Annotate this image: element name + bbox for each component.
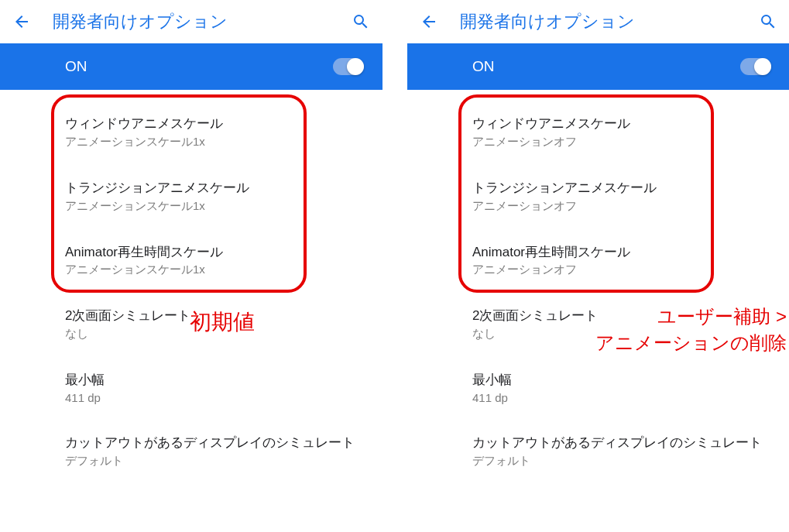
master-toggle-bar: ON	[0, 43, 382, 90]
settings-list: ウィンドウアニメスケール アニメーションオフ トランジションアニメスケール アニ…	[407, 90, 789, 478]
setting-animator-duration-scale[interactable]: Animator再生時間スケール アニメーションスケール1x	[0, 234, 382, 287]
setting-title: トランジションアニメスケール	[472, 179, 771, 197]
setting-transition-anim-scale[interactable]: トランジションアニメスケール アニメーションオフ	[407, 170, 789, 223]
setting-animator-duration-scale[interactable]: Animator再生時間スケール アニメーションオフ	[407, 234, 789, 287]
setting-title: カットアウトがあるディスプレイのシミュレート	[65, 434, 364, 452]
setting-title: Animator再生時間スケール	[65, 243, 364, 262]
setting-title: 2次画面シミュレート	[65, 307, 364, 325]
setting-title: 最小幅	[65, 371, 364, 390]
setting-title: Animator再生時間スケール	[472, 243, 771, 262]
setting-title: 最小幅	[472, 371, 771, 390]
master-toggle[interactable]	[333, 58, 364, 75]
back-arrow-icon[interactable]	[12, 12, 31, 31]
setting-value: 411 dp	[65, 391, 364, 404]
page-title: 開発者向けオプション	[460, 10, 759, 33]
setting-title: カットアウトがあるディスプレイのシミュレート	[472, 434, 771, 452]
setting-value: アニメーションオフ	[472, 263, 771, 277]
master-toggle-label: ON	[65, 58, 333, 75]
search-icon[interactable]	[759, 12, 777, 31]
settings-list: ウィンドウアニメスケール アニメーションスケール1x トランジションアニメスケー…	[0, 90, 382, 478]
phone-right: 開発者向けオプション ON ウィンドウアニメスケール アニメーションオフ トラン…	[407, 0, 789, 532]
page-title: 開発者向けオプション	[53, 10, 352, 33]
master-toggle-label: ON	[472, 58, 740, 75]
setting-display-cutout[interactable]: カットアウトがあるディスプレイのシミュレート デフォルト	[407, 424, 789, 478]
setting-window-anim-scale[interactable]: ウィンドウアニメスケール アニメーションオフ	[407, 105, 789, 159]
master-toggle-bar: ON	[407, 43, 789, 90]
phone-left: 開発者向けオプション ON ウィンドウアニメスケール アニメーションスケール1x…	[0, 0, 382, 532]
setting-value: 411 dp	[472, 391, 771, 404]
setting-value: なし	[65, 327, 364, 342]
setting-value: なし	[472, 327, 771, 342]
setting-secondary-display[interactable]: 2次画面シミュレート なし	[0, 297, 382, 351]
setting-value: アニメーションスケール1x	[65, 199, 364, 214]
setting-value: アニメーションオフ	[472, 199, 771, 214]
topbar: 開発者向けオプション	[0, 0, 382, 43]
setting-title: トランジションアニメスケール	[65, 179, 364, 197]
setting-smallest-width[interactable]: 最小幅 411 dp	[407, 362, 789, 414]
setting-value: アニメーションオフ	[472, 135, 771, 149]
setting-secondary-display[interactable]: 2次画面シミュレート なし	[407, 297, 789, 351]
setting-value: デフォルト	[65, 454, 364, 469]
setting-title: ウィンドウアニメスケール	[472, 115, 771, 133]
master-toggle[interactable]	[740, 58, 771, 75]
setting-title: ウィンドウアニメスケール	[65, 115, 364, 133]
setting-title: 2次画面シミュレート	[472, 307, 771, 325]
setting-transition-anim-scale[interactable]: トランジションアニメスケール アニメーションスケール1x	[0, 170, 382, 223]
toggle-knob	[347, 58, 364, 75]
setting-smallest-width[interactable]: 最小幅 411 dp	[0, 362, 382, 414]
search-icon[interactable]	[352, 12, 370, 31]
setting-value: デフォルト	[472, 454, 771, 469]
toggle-knob	[754, 58, 771, 75]
setting-value: アニメーションスケール1x	[65, 263, 364, 277]
setting-value: アニメーションスケール1x	[65, 135, 364, 149]
topbar: 開発者向けオプション	[407, 0, 789, 43]
setting-display-cutout[interactable]: カットアウトがあるディスプレイのシミュレート デフォルト	[0, 424, 382, 478]
back-arrow-icon[interactable]	[420, 12, 438, 31]
setting-window-anim-scale[interactable]: ウィンドウアニメスケール アニメーションスケール1x	[0, 105, 382, 159]
